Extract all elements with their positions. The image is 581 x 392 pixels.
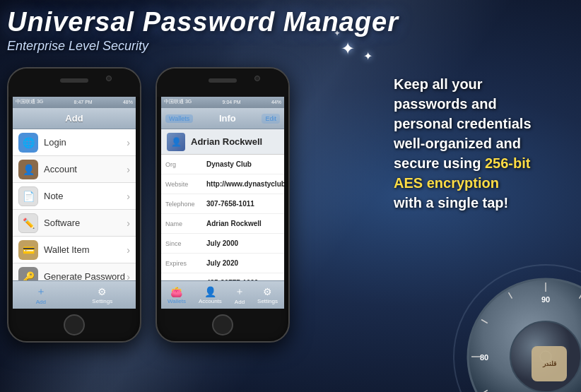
info-row-name: Name Adrian Rockwell: [161, 214, 284, 234]
list-item-wallet[interactable]: 💳 Wallet Item ›: [13, 237, 136, 263]
status-bar-1: 中国联通 3G 8:47 PM 48%: [13, 95, 136, 108]
settings-tab-label-2: Settings: [257, 298, 278, 304]
phones-area: 中国联通 3G 8:47 PM 48% Add 🌐 Login › 👤 Acco…: [7, 67, 290, 343]
software-label: Software: [44, 218, 127, 228]
time-2: 9:04 PM: [223, 100, 241, 105]
list-item-software[interactable]: ✏️ Software ›: [13, 210, 136, 237]
note-chevron: ›: [127, 191, 130, 202]
nav-bar-1: Add: [13, 108, 136, 129]
login-icon: 🌐: [18, 133, 38, 153]
account-chevron: ›: [127, 164, 130, 175]
main-title: Universal Password Manager: [7, 7, 574, 37]
nav-title-1: Add: [65, 113, 83, 124]
wallet-label: Wallet Item: [44, 244, 127, 255]
account-label: Account: [44, 164, 127, 174]
logo-text: قلندر: [543, 360, 556, 367]
carrier-2: 中国联通 3G: [164, 98, 192, 105]
battery-2: 44%: [271, 100, 281, 105]
org-value: Dynasty Club: [206, 160, 252, 168]
phone-1: 中国联通 3G 8:47 PM 48% Add 🌐 Login › 👤 Acco…: [7, 67, 141, 343]
status-bar-2: 中国联通 3G 9:04 PM 44%: [161, 95, 284, 108]
phone-2: 中国联通 3G 9:04 PM 44% Wallets Info Edit 👤 …: [155, 67, 290, 343]
avatar: 👤: [167, 133, 185, 151]
contact-name: Adrian Rockwell: [191, 136, 262, 147]
add-tab-icon: ＋: [36, 285, 46, 298]
svg-text:80: 80: [480, 353, 488, 362]
add-tab-label: Add: [36, 299, 46, 305]
expires-value: July 2020: [206, 259, 238, 267]
info-nav: Wallets Info Edit: [161, 108, 284, 129]
phone-camera-2: [254, 76, 260, 81]
since-value: July 2000: [206, 239, 238, 247]
phone-2-screen: 中国联通 3G 9:04 PM 44% Wallets Info Edit 👤 …: [161, 95, 284, 309]
phone-camera-1: [106, 76, 112, 81]
add-tab-label-2: Add: [235, 299, 245, 305]
wallets-tab-label: Wallets: [168, 298, 186, 304]
info-row-expires: Expires July 2020: [161, 254, 284, 273]
info-row-since: Since July 2000: [161, 234, 284, 254]
settings-tab-icon-2: ⚙: [263, 286, 272, 297]
time-1: 8:47 PM: [74, 100, 93, 105]
wallet-icon: 💳: [18, 240, 38, 260]
right-text-area: Keep all your passwords and personal cre…: [394, 74, 570, 213]
wallet-chevron: ›: [127, 244, 130, 256]
info-row-telephone: Telephone 307-7658-1011: [161, 194, 284, 214]
phone-1-screen: 中国联通 3G 8:47 PM 48% Add 🌐 Login › 👤 Acco…: [13, 95, 136, 309]
since-label: Since: [165, 240, 206, 247]
list-item-account[interactable]: 👤 Account ›: [13, 156, 136, 183]
tab-add-2[interactable]: ＋ Add: [235, 285, 245, 305]
accounts-tab-label: Accounts: [199, 298, 222, 304]
list-item-login[interactable]: 🌐 Login ›: [13, 129, 136, 156]
website-label: Website: [165, 181, 206, 188]
list-item-note[interactable]: 📄 Note ›: [13, 183, 136, 210]
expires-label: Expires: [165, 260, 206, 267]
battery-1: 48%: [123, 100, 133, 105]
tab-settings-1[interactable]: ⚙ Settings: [92, 286, 112, 304]
name-label: Name: [165, 220, 206, 227]
info-nav-title: Info: [219, 113, 236, 124]
info-row-website: Website http://www.dynastyclub....: [161, 174, 284, 194]
wallets-tab-icon: 👛: [170, 286, 182, 297]
name-value: Adrian Rockwell: [206, 220, 262, 227]
tab-wallets[interactable]: 👛 Wallets: [168, 286, 186, 304]
note-icon: 📄: [18, 186, 38, 206]
org-label: Org: [165, 161, 206, 168]
software-icon: ✏️: [18, 213, 38, 233]
settings-tab-icon: ⚙: [98, 286, 107, 297]
tab-accounts[interactable]: 👤 Accounts: [199, 286, 222, 304]
tab-add-1[interactable]: ＋ Add: [36, 285, 46, 305]
login-chevron: ›: [127, 137, 130, 148]
add-tab-icon-2: ＋: [235, 285, 245, 298]
login-label: Login: [44, 137, 127, 148]
info-row-org: Org Dynasty Club: [161, 155, 284, 174]
carrier-1: 中国联通 3G: [16, 98, 43, 105]
contact-header: 👤 Adrian Rockwell: [161, 129, 284, 155]
account-icon: 👤: [18, 160, 38, 179]
software-chevron: ›: [127, 218, 130, 229]
tab-bar-2: 👛 Wallets 👤 Accounts ＋ Add ⚙ Settings: [161, 280, 284, 309]
phone-home-2[interactable]: [212, 314, 233, 335]
logo: قلندر: [532, 346, 567, 381]
svg-text:90: 90: [541, 295, 550, 304]
tab-settings-2[interactable]: ⚙ Settings: [257, 286, 278, 304]
tab-bar-1: ＋ Add ⚙ Settings: [13, 280, 136, 309]
telephone-label: Telephone: [165, 201, 206, 208]
edit-button[interactable]: Edit: [262, 114, 280, 124]
accounts-tab-icon: 👤: [204, 286, 216, 297]
header: Universal Password Manager Enterprise Le…: [7, 7, 574, 54]
website-value: http://www.dynastyclub....: [206, 180, 284, 188]
telephone-value: 307-7658-1011: [206, 200, 254, 208]
settings-tab-label: Settings: [92, 298, 112, 304]
subtitle: Enterprise Level Security: [7, 39, 574, 54]
back-button[interactable]: Wallets: [165, 114, 193, 123]
phone-speaker-1: [60, 78, 88, 83]
phone-speaker-2: [209, 78, 237, 83]
marketing-text: Keep all your passwords and personal cre…: [394, 74, 570, 213]
note-label: Note: [44, 191, 127, 201]
phone-home-1[interactable]: [64, 314, 85, 335]
